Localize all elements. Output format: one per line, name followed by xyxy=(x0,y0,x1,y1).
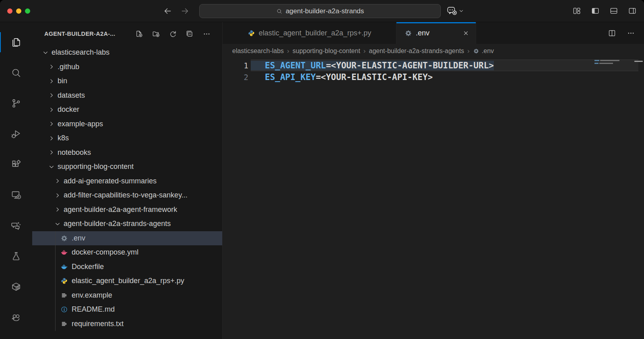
window-controls xyxy=(7,8,30,14)
tree-folder-agent-builder-a2a-agent-framework[interactable]: agent-builder-a2a-agent-framework xyxy=(32,203,222,217)
back-arrow-icon[interactable] xyxy=(163,6,172,16)
command-center-search[interactable]: agent-builder-a2a-strands xyxy=(199,4,441,18)
more-actions-icon[interactable] xyxy=(202,30,211,38)
activity-item-extensions[interactable] xyxy=(0,149,32,180)
activity-item-remote-explorer[interactable] xyxy=(0,180,32,210)
tree-file-env[interactable]: .env xyxy=(32,231,222,246)
breadcrumb-item-elasticsearch-labs[interactable]: elasticsearch-labs xyxy=(232,47,284,55)
tree-folder-elasticsearch-labs[interactable]: elasticsearch-labs xyxy=(32,45,222,60)
tree-file-requirements-txt[interactable]: requirements.txt xyxy=(32,317,222,331)
refresh-explorer-icon[interactable] xyxy=(169,30,177,38)
activity-item-source-control[interactable] xyxy=(0,88,32,119)
tree-folder-docker[interactable]: docker xyxy=(32,103,222,117)
close-tab-icon[interactable] xyxy=(462,30,469,37)
title-bar: agent-builder-a2a-strands xyxy=(0,0,644,22)
tree-item-label: supporting-blog-content xyxy=(58,162,134,171)
breadcrumb-separator: › xyxy=(467,47,470,55)
split-editor-icon[interactable] xyxy=(608,29,616,37)
activity-item-containers[interactable] xyxy=(0,271,32,302)
line-number: 1 xyxy=(223,61,251,70)
code-text: ES_API_KEY=<YOUR-ELASTIC-API-KEY> xyxy=(251,72,433,82)
search-icon xyxy=(276,8,283,14)
env-key: ES_AGENT_URL xyxy=(265,61,326,70)
tree-folder-k8s[interactable]: k8s xyxy=(32,131,222,146)
editor-tab-env[interactable]: .env xyxy=(396,22,476,44)
tree-folder-supporting-blog-content[interactable]: supporting-blog-content xyxy=(32,160,222,174)
tree-file-dockerfile[interactable]: Dockerfile xyxy=(32,260,222,274)
chat-icon xyxy=(10,220,22,231)
activity-item-explorer[interactable] xyxy=(0,27,32,58)
breadcrumb-item-supporting-blog-content[interactable]: supporting-blog-content xyxy=(293,47,360,55)
tree-item-label: bin xyxy=(58,77,67,85)
chevron-right-tree-icon xyxy=(48,64,55,70)
more-actions-icon[interactable] xyxy=(627,29,635,37)
tree-folder-bin[interactable]: bin xyxy=(32,74,222,88)
zoom-button[interactable] xyxy=(25,8,30,14)
activity-item-search[interactable] xyxy=(0,58,32,88)
tree-folder-example-apps[interactable]: example-apps xyxy=(32,117,222,131)
search-icon xyxy=(10,67,22,78)
tree-file-docker-compose-yml[interactable]: docker-compose.yml xyxy=(32,245,222,260)
python-icon xyxy=(60,277,68,285)
tree-file-readme-md[interactable]: README.md xyxy=(32,302,222,317)
tree-item-label: elastic_agent_builder_a2a_rps+.py xyxy=(72,277,184,285)
chevron-down-icon xyxy=(458,8,464,14)
extensions-icon xyxy=(10,159,22,170)
tree-folder-agent-builder-a2a-strands-agents[interactable]: agent-builder-a2a-strands-agents xyxy=(32,217,222,231)
tree-folder-github[interactable]: .github xyxy=(32,60,222,74)
customize-layout-icon[interactable] xyxy=(572,6,581,15)
editor-tab-elastic-agent-builder-a2a-rps-py[interactable]: elastic_agent_builder_a2a_rps+.py xyxy=(223,22,396,44)
tree-folder-add-filter-capabilities-to-vega-sankey[interactable]: add-filter-capabilities-to-vega-sankey..… xyxy=(32,188,222,203)
editor-actions xyxy=(608,22,644,44)
breadcrumb-item-env[interactable]: .env xyxy=(473,47,494,55)
new-file-icon[interactable] xyxy=(135,30,143,38)
chevron-down-tree-icon xyxy=(48,164,55,170)
source-control-icon xyxy=(10,98,22,109)
activity-item-snake[interactable] xyxy=(0,302,32,333)
tree-folder-notebooks[interactable]: notebooks xyxy=(32,146,222,160)
activity-item-chat[interactable] xyxy=(0,210,32,241)
scrollbar-mark xyxy=(634,61,643,62)
copilot-menu-button[interactable] xyxy=(446,5,464,16)
file-tree: elasticsearch-labs.githubbindatasetsdock… xyxy=(32,45,222,339)
chevron-right-tree-icon xyxy=(48,121,55,127)
explorer-sidebar: AGENT-BUILDER-A2A-... elasticsearch-labs… xyxy=(32,22,223,339)
breadcrumb-item-agent-builder-a2a-strands-agents[interactable]: agent-builder-a2a-strands-agents xyxy=(369,47,464,55)
activity-item-testing[interactable] xyxy=(0,241,32,271)
chevron-right-tree-icon xyxy=(54,178,61,184)
toggle-secondary-sidebar-icon[interactable] xyxy=(628,6,637,15)
forward-arrow-icon[interactable] xyxy=(180,6,190,16)
minimap[interactable] xyxy=(594,60,623,66)
remote-explorer-icon xyxy=(10,189,22,201)
vscode-window: agent-builder-a2a-strands AGENT-BUILDER-… xyxy=(0,0,644,339)
collapse-folders-icon[interactable] xyxy=(186,30,194,38)
toggle-panel-icon[interactable] xyxy=(609,6,618,15)
chevron-right-tree-icon xyxy=(48,149,55,156)
tree-folder-datasets[interactable]: datasets xyxy=(32,88,222,103)
tree-item-label: README.md xyxy=(72,305,115,314)
tree-item-label: .env xyxy=(72,234,85,242)
breadcrumb-separator: › xyxy=(363,47,366,55)
containers-icon xyxy=(10,281,22,292)
tree-item-label: elasticsearch-labs xyxy=(52,48,109,57)
tab-label: elastic_agent_builder_a2a_rps+.py xyxy=(259,29,372,37)
gear-icon xyxy=(405,29,412,37)
snake-icon xyxy=(10,312,22,323)
testing-icon xyxy=(10,251,22,262)
env-value: =<YOUR-ELASTIC-AGENT-BUILDER-URL> xyxy=(326,61,494,70)
tree-item-label: datasets xyxy=(58,91,85,100)
editor-code-area[interactable]: 1ES_AGENT_URL=<YOUR-ELASTIC-AGENT-BUILDE… xyxy=(223,58,644,339)
close-button[interactable] xyxy=(7,8,12,14)
text-icon xyxy=(60,320,68,328)
chevron-right-tree-icon xyxy=(48,78,55,84)
new-folder-icon[interactable] xyxy=(152,30,160,38)
tree-item-label: add-filter-capabilities-to-vega-sankey..… xyxy=(64,191,188,199)
tree-file-elastic-agent-builder-a2a-rps-py[interactable]: elastic_agent_builder_a2a_rps+.py xyxy=(32,274,222,288)
history-navigation xyxy=(163,6,190,16)
minimize-button[interactable] xyxy=(16,8,21,14)
toggle-primary-sidebar-icon[interactable] xyxy=(591,6,600,15)
activity-item-run-debug[interactable] xyxy=(0,119,32,149)
tree-file-env-example[interactable]: env.example xyxy=(32,288,222,303)
text-icon xyxy=(60,292,68,299)
tree-folder-add-ai-generated-summaries[interactable]: add-ai-generated-summaries xyxy=(32,174,222,189)
